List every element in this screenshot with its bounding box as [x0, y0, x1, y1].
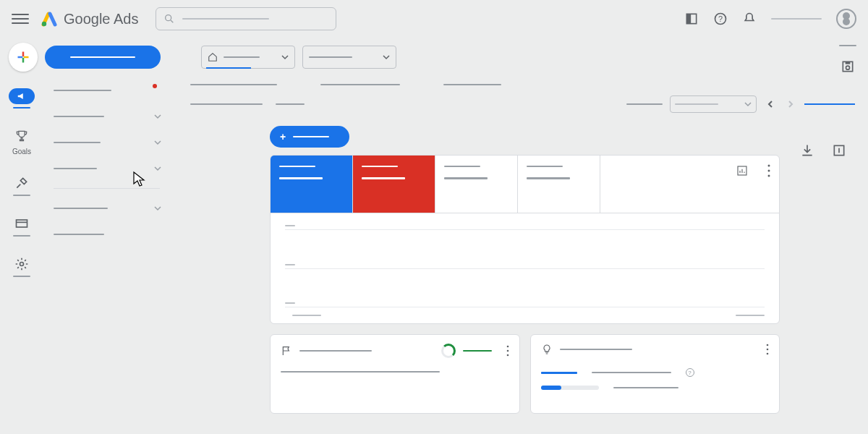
- chevron-down-icon: [281, 54, 289, 61]
- sidebar-item-2[interactable]: [49, 136, 164, 149]
- secondary-nav: [43, 74, 170, 434]
- loading-spinner-icon: [441, 344, 456, 358]
- app-header: Google Ads ?: [0, 0, 868, 38]
- svg-point-28: [767, 353, 769, 355]
- plus-icon: +: [280, 131, 286, 142]
- rail-admin[interactable]: [13, 255, 30, 277]
- appearance-icon[interactable]: [684, 12, 699, 26]
- svg-rect-4: [686, 14, 691, 23]
- scorecard-3[interactable]: [518, 156, 600, 213]
- svg-point-26: [767, 344, 769, 346]
- svg-line-2: [171, 20, 173, 22]
- alert-dot-icon: [153, 84, 157, 88]
- date-range-dropdown[interactable]: [670, 95, 757, 113]
- svg-rect-13: [846, 61, 851, 64]
- sidebar-item-0[interactable]: [49, 84, 164, 97]
- trophy-icon: [14, 129, 29, 143]
- rail-billing[interactable]: [13, 215, 30, 237]
- optimization-card: ?: [530, 334, 780, 414]
- scorecard-2[interactable]: [435, 156, 518, 213]
- progress-label: [613, 387, 678, 388]
- recommendations-card: [270, 334, 520, 414]
- svg-point-22: [768, 175, 770, 177]
- date-next-button[interactable]: [784, 98, 797, 111]
- campaign-scope-dropdown[interactable]: [302, 46, 396, 69]
- subnav-tab-0[interactable]: [190, 103, 263, 105]
- rail-goals-label: Goals: [12, 148, 31, 156]
- svg-point-0: [42, 22, 46, 26]
- download-icon[interactable]: [800, 143, 814, 158]
- status-text: [463, 350, 492, 352]
- search-input[interactable]: [156, 7, 336, 30]
- svg-point-12: [846, 66, 850, 69]
- primary-action-button[interactable]: [45, 46, 161, 69]
- gear-icon: [14, 257, 29, 271]
- flag-icon: [281, 345, 292, 357]
- svg-point-16: [20, 263, 24, 266]
- scorecard-0[interactable]: [271, 156, 353, 213]
- svg-point-20: [768, 165, 770, 167]
- sidebar-item-4[interactable]: [49, 202, 164, 215]
- svg-point-1: [166, 15, 171, 21]
- account-scope-dropdown[interactable]: [201, 46, 295, 69]
- x-tick-end: [736, 315, 765, 316]
- product-logo[interactable]: Google Ads: [41, 10, 138, 27]
- more-menu-icon[interactable]: [506, 345, 509, 357]
- date-label: [626, 103, 663, 105]
- help-icon[interactable]: ?: [713, 12, 728, 26]
- billing-icon: [14, 216, 29, 231]
- rail-goals[interactable]: Goals: [12, 127, 31, 156]
- info-icon[interactable]: ?: [686, 368, 694, 377]
- x-tick-start: [292, 315, 321, 316]
- crumb-1[interactable]: [320, 84, 400, 85]
- summary-card: [270, 155, 780, 324]
- chevron-down-icon: [383, 54, 390, 61]
- account-label: [771, 18, 822, 20]
- chevron-down-icon: [744, 101, 752, 108]
- hamburger-menu-icon[interactable]: [12, 10, 29, 27]
- date-prev-button[interactable]: [764, 98, 777, 111]
- scorecard-1[interactable]: [353, 156, 435, 213]
- rail-tools[interactable]: [13, 174, 30, 196]
- product-name: Google Ads: [64, 11, 138, 27]
- score-value: [541, 372, 577, 374]
- subnav-tab-1[interactable]: [276, 103, 305, 105]
- chart-area: [271, 213, 779, 315]
- crumb-0[interactable]: [190, 84, 277, 85]
- sidebar-item-3[interactable]: [49, 162, 164, 175]
- more-menu-icon[interactable]: [766, 344, 769, 355]
- megaphone-icon: [17, 91, 27, 101]
- top-action-row: [0, 38, 868, 74]
- svg-point-21: [768, 170, 770, 172]
- add-button[interactable]: +: [270, 126, 349, 148]
- card-body-text: [281, 371, 440, 373]
- svg-rect-14: [17, 220, 27, 227]
- crumb-2[interactable]: [443, 84, 501, 85]
- create-button[interactable]: [9, 43, 38, 72]
- svg-point-23: [506, 346, 509, 348]
- notifications-icon[interactable]: [742, 12, 757, 26]
- sidebar-item-5[interactable]: [49, 228, 164, 241]
- progress-bar: [541, 386, 599, 390]
- left-icon-rail: Goals: [0, 74, 43, 434]
- more-menu-icon[interactable]: [767, 164, 770, 177]
- tools-icon: [14, 176, 29, 190]
- sidebar-item-1[interactable]: [49, 110, 164, 123]
- save-icon[interactable]: [841, 59, 855, 74]
- plus-multicolor-icon: [16, 50, 30, 64]
- chevron-down-icon: [154, 165, 161, 172]
- svg-point-24: [506, 350, 509, 352]
- score-label: [592, 372, 671, 373]
- rail-campaigns[interactable]: [9, 88, 35, 109]
- chart-settings-icon[interactable]: [736, 164, 749, 177]
- chevron-left-icon: [767, 101, 774, 108]
- google-ads-logo-icon: [41, 10, 58, 27]
- svg-point-27: [767, 349, 769, 351]
- chevron-down-icon: [154, 113, 161, 120]
- svg-text:?: ?: [718, 14, 723, 23]
- home-icon: [208, 52, 218, 62]
- expand-icon[interactable]: [832, 143, 846, 158]
- cursor-icon: [132, 171, 147, 188]
- right-rail-item[interactable]: [839, 45, 856, 46]
- account-avatar[interactable]: [836, 9, 856, 29]
